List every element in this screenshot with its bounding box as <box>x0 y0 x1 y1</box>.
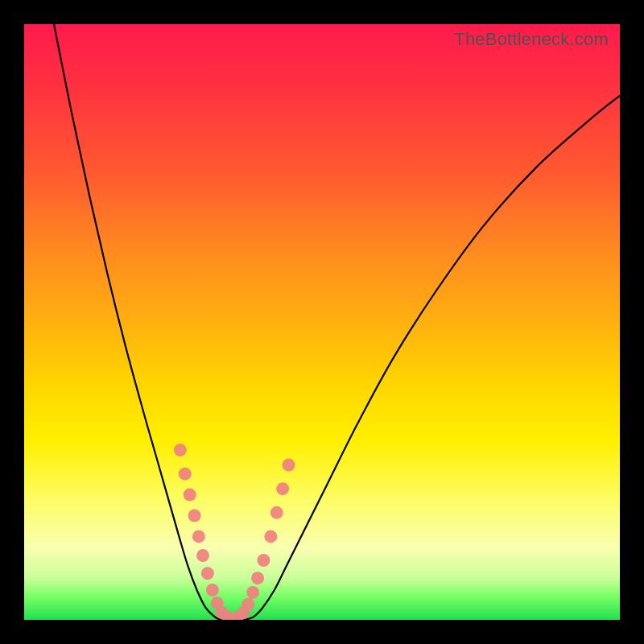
marker-dot <box>184 489 196 502</box>
plot-area: TheBottleneck.com <box>24 24 620 620</box>
marker-dot <box>179 468 192 481</box>
marker-dot <box>188 510 201 522</box>
marker-dot <box>242 598 254 611</box>
marker-dot <box>174 444 187 456</box>
marker-dot <box>270 506 283 519</box>
marker-group <box>174 444 295 620</box>
marker-dot <box>283 459 295 472</box>
chart-svg <box>24 24 620 620</box>
marker-dot <box>257 554 270 567</box>
marker-dot <box>192 530 205 543</box>
marker-dot <box>276 482 289 495</box>
marker-dot <box>246 586 259 599</box>
right-curve-path <box>245 96 620 620</box>
outer-frame: TheBottleneck.com <box>0 0 644 644</box>
marker-dot <box>251 572 264 584</box>
marker-dot <box>206 584 219 597</box>
left-curve-path <box>54 24 221 620</box>
marker-dot <box>201 567 214 580</box>
marker-dot <box>264 530 277 543</box>
marker-dot <box>196 549 209 562</box>
